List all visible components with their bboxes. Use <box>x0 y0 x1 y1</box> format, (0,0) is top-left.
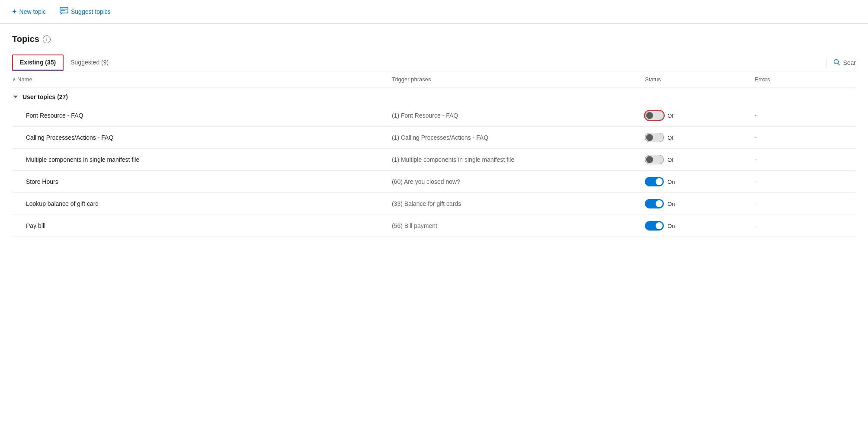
status-toggle[interactable] <box>645 133 664 142</box>
topic-name: Lookup balance of gift card <box>12 193 392 215</box>
status-label: Off <box>667 112 675 119</box>
topic-trigger: (1) Font Resource - FAQ <box>392 105 645 127</box>
page-content: Topics i Existing (35) Suggested (9) Sea… <box>0 24 868 237</box>
topic-errors: - <box>755 127 856 149</box>
group-collapse-chevron[interactable] <box>12 93 19 100</box>
table-row: Font Resource - FAQ (1) Font Resource - … <box>12 105 856 127</box>
tabs: Existing (35) Suggested (9) <box>12 54 115 71</box>
status-toggle[interactable] <box>645 177 664 186</box>
table-row: Lookup balance of gift card (33) Balance… <box>12 193 856 215</box>
plus-icon: + <box>12 7 17 16</box>
topic-name: Font Resource - FAQ <box>12 105 392 127</box>
topic-name: Store Hours <box>12 171 392 193</box>
table-row: Calling Processes/Actions - FAQ (1) Call… <box>12 127 856 149</box>
topic-trigger: (56) Bill payment <box>392 215 645 237</box>
col-header-status: Status <box>645 71 755 87</box>
status-label: On <box>667 179 675 185</box>
topic-errors: - <box>755 215 856 237</box>
suggest-topics-button[interactable]: Suggest topics <box>56 5 114 18</box>
info-icon[interactable]: i <box>43 35 51 43</box>
topic-name: Calling Processes/Actions - FAQ <box>12 127 392 149</box>
topic-status-cell: Off <box>645 127 755 149</box>
tabs-row: Existing (35) Suggested (9) Sear <box>12 54 856 71</box>
topic-errors: - <box>755 193 856 215</box>
status-label: Off <box>667 135 675 141</box>
col-header-errors: Errors <box>755 71 856 87</box>
status-label: On <box>667 201 675 207</box>
search-icon <box>833 59 840 67</box>
new-topic-label: New topic <box>19 8 46 15</box>
tab-existing[interactable]: Existing (35) <box>12 54 64 71</box>
topic-status-cell: Off <box>645 149 755 171</box>
topic-status-cell: On <box>645 215 755 237</box>
topic-name: Multiple components in single manifest f… <box>12 149 392 171</box>
status-label: On <box>667 223 675 229</box>
sort-chevron-icon[interactable]: ∨ <box>12 77 16 82</box>
table-row: Multiple components in single manifest f… <box>12 149 856 171</box>
topic-status-cell: On <box>645 171 755 193</box>
tab-suggested[interactable]: Suggested (9) <box>64 54 115 71</box>
status-label: Off <box>667 157 675 163</box>
topics-table: ∨ Name Trigger phrases Status Errors Use… <box>12 71 856 237</box>
topic-errors: - <box>755 171 856 193</box>
group-header-row: User topics (27) <box>12 87 856 105</box>
status-toggle[interactable] <box>645 111 664 120</box>
toolbar: + New topic Suggest topics <box>0 0 868 24</box>
topic-name: Pay bill <box>12 215 392 237</box>
status-toggle[interactable] <box>645 199 664 208</box>
topic-trigger: (1) Calling Processes/Actions - FAQ <box>392 127 645 149</box>
table-row: Pay bill (56) Bill payment On - <box>12 215 856 237</box>
status-toggle[interactable] <box>645 221 664 231</box>
topic-errors: - <box>755 105 856 127</box>
group-label: User topics (27) <box>22 93 68 100</box>
suggest-icon <box>60 7 68 16</box>
search-placeholder: Sear <box>843 59 856 66</box>
svg-line-2 <box>838 63 840 65</box>
topic-trigger: (33) Balance for gift cards <box>392 193 645 215</box>
col-header-trigger: Trigger phrases <box>392 71 645 87</box>
topic-trigger: (60) Are you closed now? <box>392 171 645 193</box>
col-header-name: ∨ Name <box>12 71 392 87</box>
table-header: ∨ Name Trigger phrases Status Errors <box>12 71 856 87</box>
topic-status-cell: Off <box>645 105 755 127</box>
topic-status-cell: On <box>645 193 755 215</box>
status-toggle[interactable] <box>645 155 664 164</box>
page-title: Topics <box>12 34 39 44</box>
new-topic-button[interactable]: + New topic <box>9 6 49 18</box>
topic-trigger: (1) Multiple components in single manife… <box>392 149 645 171</box>
search-area: Sear <box>826 59 856 67</box>
topic-errors: - <box>755 149 856 171</box>
page-title-row: Topics i <box>12 34 856 44</box>
table-row: Store Hours (60) Are you closed now? On … <box>12 171 856 193</box>
suggest-topics-label: Suggest topics <box>71 8 111 15</box>
